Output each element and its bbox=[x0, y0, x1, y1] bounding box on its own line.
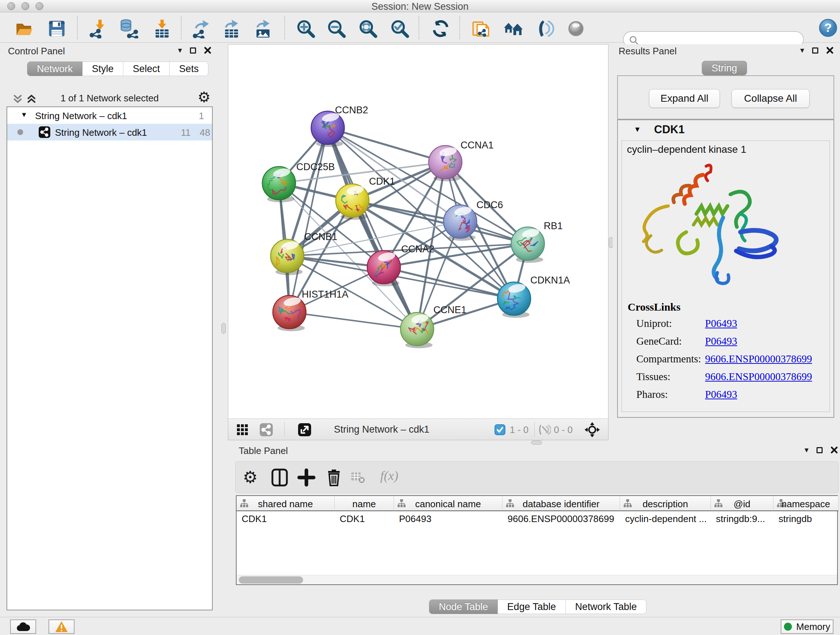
table-cell[interactable]: stringdb bbox=[774, 512, 838, 526]
houses-icon[interactable] bbox=[503, 19, 523, 38]
column-header-description[interactable]: description bbox=[620, 496, 711, 511]
expand-all-button[interactable]: Expand All bbox=[649, 89, 720, 108]
copy-documents-icon[interactable] bbox=[471, 19, 490, 38]
panel-menu-icon[interactable]: ▾ bbox=[178, 46, 182, 54]
network-node-rb1[interactable]: RB1 bbox=[511, 220, 563, 263]
panel-float-icon[interactable] bbox=[190, 48, 196, 54]
zoom-out-icon[interactable] bbox=[327, 19, 346, 38]
table-cell[interactable]: CDK1 bbox=[237, 512, 335, 526]
import-network-from-database-icon[interactable] bbox=[118, 19, 138, 38]
network-edge[interactable] bbox=[289, 312, 417, 329]
vertical-splitter-handle[interactable] bbox=[221, 323, 226, 334]
import-network-icon[interactable] bbox=[88, 19, 108, 38]
tab-style[interactable]: Style bbox=[82, 62, 123, 76]
table-horizontal-scrollbar[interactable] bbox=[237, 575, 837, 584]
collection-expander-icon[interactable]: ▼ bbox=[21, 111, 27, 119]
table-cell[interactable]: P06493 bbox=[394, 512, 502, 526]
refresh-icon[interactable] bbox=[431, 19, 450, 38]
panel-menu-icon[interactable]: ▾ bbox=[805, 446, 808, 454]
zoom-in-icon[interactable] bbox=[296, 19, 316, 38]
column-header-namespace[interactable]: namespace bbox=[774, 496, 838, 511]
warnings-button[interactable] bbox=[49, 619, 74, 634]
node-label: CCNE1 bbox=[433, 304, 467, 315]
tab-select[interactable]: Select bbox=[123, 62, 170, 76]
main-toolbar: ? bbox=[0, 12, 840, 43]
entry-header[interactable]: ▼ CDK1 bbox=[618, 120, 834, 138]
open-session-icon[interactable] bbox=[14, 19, 34, 38]
network-collection-row[interactable]: ▼ String Network – cdk1 1 bbox=[7, 107, 212, 124]
add-column-icon[interactable] bbox=[297, 468, 316, 487]
tab-network-table[interactable]: Network Table bbox=[566, 600, 647, 614]
table-cell[interactable]: stringdb:9... bbox=[711, 512, 774, 526]
column-header-name[interactable]: name bbox=[335, 496, 394, 511]
network-view-share-icon[interactable] bbox=[259, 423, 273, 437]
import-table-icon[interactable] bbox=[152, 19, 172, 38]
window-title: Session: New Session bbox=[0, 1, 840, 12]
entry-expander-icon[interactable]: ▼ bbox=[634, 125, 641, 134]
save-session-icon[interactable] bbox=[47, 19, 66, 38]
export-table-icon[interactable] bbox=[222, 19, 241, 38]
network-row[interactable]: String Network – cdk1 11 48 bbox=[7, 124, 212, 141]
network-node-ccnb2[interactable]: CCNB2 bbox=[311, 105, 368, 147]
column-header--id[interactable]: @id bbox=[711, 496, 774, 511]
titlebar: Session: New Session bbox=[0, 0, 840, 12]
network-options-gear-icon[interactable]: ⚙ bbox=[197, 90, 210, 104]
panel-menu-icon[interactable]: ▾ bbox=[800, 46, 804, 54]
hide-graphics-icon[interactable] bbox=[535, 19, 554, 38]
sphere-icon[interactable] bbox=[566, 19, 586, 38]
zoom-fit-icon[interactable] bbox=[358, 19, 378, 38]
horizontal-splitter-handle[interactable] bbox=[531, 440, 542, 445]
panel-close-icon[interactable] bbox=[831, 447, 838, 454]
export-network-icon[interactable] bbox=[191, 19, 210, 38]
fit-content-crosshair-icon[interactable] bbox=[584, 422, 600, 438]
network-node-ccna1[interactable]: CCNA1 bbox=[429, 140, 494, 181]
network-node-ccne1[interactable]: CCNE1 bbox=[401, 304, 467, 348]
column-header-label: database identifier bbox=[502, 499, 620, 510]
tab-sets[interactable]: Sets bbox=[170, 62, 208, 76]
tab-node-table[interactable]: Node Table bbox=[429, 600, 498, 614]
show-columns-icon[interactable] bbox=[270, 468, 289, 487]
export-image-icon[interactable] bbox=[253, 19, 273, 38]
table-cell[interactable]: 9606.ENSP00000378699 bbox=[502, 512, 620, 526]
network-node-cdkn1a[interactable]: CDKN1A bbox=[497, 275, 570, 318]
help-icon[interactable]: ? bbox=[818, 18, 838, 38]
table-tabs: Node TableEdge TableNetwork Table bbox=[429, 600, 646, 614]
crosslink-link[interactable]: 9606.ENSP00000378699 bbox=[705, 371, 812, 383]
table-cell[interactable]: CDK1 bbox=[335, 512, 394, 526]
cloud-status-button[interactable] bbox=[10, 619, 36, 634]
tab-edge-table[interactable]: Edge Table bbox=[498, 600, 566, 614]
delete-column-icon[interactable] bbox=[325, 468, 343, 487]
scrollbar-thumb[interactable] bbox=[239, 576, 303, 584]
panel-float-icon[interactable] bbox=[816, 447, 823, 453]
memory-button[interactable]: Memory bbox=[781, 619, 834, 634]
column-header-canonical-name[interactable]: canonical name bbox=[394, 496, 502, 511]
crosslink-link[interactable]: P06493 bbox=[705, 388, 737, 401]
delete-table-icon[interactable] bbox=[351, 471, 365, 484]
zoom-selected-icon[interactable] bbox=[390, 19, 409, 38]
crosslink-link[interactable]: 9606.ENSP00000378699 bbox=[705, 353, 812, 365]
collapse-all-button[interactable]: Collapse All bbox=[731, 89, 810, 108]
entry-description: cyclin–dependent kinase 1 bbox=[627, 144, 746, 155]
tab-network[interactable]: Network bbox=[27, 62, 82, 76]
table-options-gear-icon[interactable]: ⚙ bbox=[243, 469, 257, 486]
search-input[interactable] bbox=[643, 33, 798, 46]
network-edge[interactable] bbox=[289, 128, 328, 312]
panel-float-icon[interactable] bbox=[812, 48, 818, 54]
function-builder-icon[interactable]: f(x) bbox=[380, 468, 398, 483]
grid-view-icon[interactable] bbox=[236, 424, 248, 436]
selected-checkbox-icon[interactable] bbox=[494, 424, 505, 435]
crosslink-link[interactable]: P06493 bbox=[705, 318, 737, 329]
birdseye-view-icon[interactable] bbox=[298, 423, 311, 437]
network-node-cdc25b[interactable]: CDC25B bbox=[262, 162, 335, 203]
network-edge[interactable] bbox=[328, 128, 445, 162]
panel-close-icon[interactable] bbox=[204, 47, 211, 54]
table-panel-title: Table Panel bbox=[239, 445, 288, 456]
panel-close-icon[interactable] bbox=[826, 47, 834, 54]
column-header-shared-name[interactable]: shared name bbox=[237, 496, 335, 511]
column-header-database-identifier[interactable]: database identifier bbox=[502, 496, 620, 511]
crosslink-link[interactable]: P06493 bbox=[705, 335, 737, 347]
table-cell[interactable]: cyclin-dependent ... bbox=[620, 512, 711, 526]
network-node-hist1h1a[interactable]: HIST1H1A bbox=[273, 289, 348, 331]
network-canvas[interactable]: CCNB2CCNA1CDC25BCDK1CDC6RB1CCNB1CCNA2CDK… bbox=[228, 44, 608, 418]
tab-string[interactable]: String bbox=[702, 61, 747, 75]
